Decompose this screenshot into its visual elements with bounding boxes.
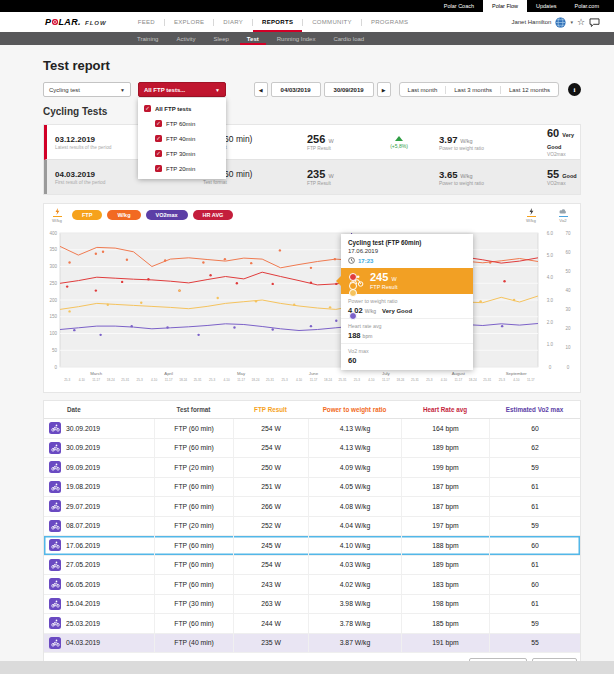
nav-item-reports[interactable]: REPORTS (253, 12, 302, 32)
favorites-star-icon[interactable]: ☆ (577, 18, 585, 27)
cell-date: 06.05.2019 (44, 575, 154, 594)
menu-option-ftp-30min[interactable]: ✓FTP 30min (138, 146, 226, 161)
legend-pill-vo2max[interactable]: VO2max (146, 210, 188, 220)
test-filter-select[interactable]: All FTP tests... ▼ (138, 82, 226, 97)
date-text: 17.06.2019 (66, 542, 100, 549)
checkbox-checked-icon[interactable]: ✓ (155, 120, 162, 127)
polar-logo[interactable]: PLAR. FLOW (45, 17, 107, 27)
cell-hr: 199 bpm (401, 458, 489, 477)
date-text: 30.09.2019 (66, 444, 100, 451)
nav-item-community[interactable]: COMMUNITY (303, 12, 361, 32)
test-filter-menu: ✓All FTP tests✓FTP 60min✓FTP 40min✓FTP 3… (138, 98, 226, 179)
subnav-item-test[interactable]: Test (240, 32, 266, 45)
preset-last-3-months[interactable]: Last 3 months (446, 87, 500, 93)
column-header-power-to-weight-ratio[interactable]: Power to weight ratio (308, 401, 401, 418)
table-row[interactable]: 09.09.2019FTP (20 min)250 W4.09 W/kg199 … (44, 458, 580, 478)
right-axis-wkg-label: W/kg (518, 208, 544, 223)
date-text: 08.07.2019 (66, 522, 100, 529)
user-avatar[interactable] (555, 17, 566, 28)
nav-item-feed[interactable]: FEED (129, 12, 164, 32)
topbar-link-updates[interactable]: Updates (527, 0, 566, 12)
legend-pill-ftp[interactable]: FTP (72, 210, 102, 220)
subnav-item-training[interactable]: Training (130, 32, 165, 45)
date-text: 29.07.2019 (66, 503, 100, 510)
checkbox-checked-icon[interactable]: ✓ (155, 150, 162, 157)
legend-pill-hr-avg[interactable]: HR AVG (193, 210, 234, 220)
nav-item-programs[interactable]: PROGRAMS (362, 12, 417, 32)
end-date-field[interactable]: 30/09/2019 (324, 82, 374, 97)
prev-period-button[interactable]: ◀ (254, 82, 268, 97)
svg-text:0: 0 (567, 365, 570, 370)
topbar-link-polar-coach[interactable]: Polar Coach (435, 0, 483, 12)
table-row[interactable]: 29.07.2019FTP (60 min)266 W4.08 W/kg187 … (44, 497, 580, 517)
column-header-ftp-result[interactable]: FTP Result (233, 401, 308, 418)
table-row[interactable]: 30.09.2019FTP (60 min)254 W4.13 W/kg189 … (44, 439, 580, 459)
subnav-item-running-index[interactable]: Running Index (270, 32, 323, 45)
topbar-link-polar-com[interactable]: Polar.com (566, 0, 608, 12)
topbar-link-polar-flow[interactable]: Polar Flow (483, 0, 527, 12)
subnav-item-activity[interactable]: Activity (169, 32, 202, 45)
cell-date: 30.09.2019 (44, 439, 154, 458)
checkbox-checked-icon[interactable]: ✓ (155, 135, 162, 142)
cell-vo2: 61 (489, 497, 580, 516)
cell-format: FTP (60 min) (154, 439, 233, 458)
chevron-down-icon[interactable]: ▾ (570, 19, 573, 25)
summary-row-latest[interactable]: 03.12.2019Latest results of the period F… (44, 125, 580, 160)
cycling-icon (51, 541, 60, 549)
summary-row-first[interactable]: 04.03.2019First result of the period FTP… (44, 160, 580, 194)
menu-option-ftp-20min[interactable]: ✓FTP 20min (138, 161, 226, 176)
logo-text-pre: P (45, 17, 51, 27)
info-icon[interactable]: i (568, 83, 581, 96)
table-row[interactable]: 25.03.2019FTP (60 min)244 W3.78 W/kg185 … (44, 614, 580, 634)
chat-bubble-icon[interactable] (589, 18, 600, 27)
logo-text-post: LAR. (58, 17, 81, 27)
subnav-item-sleep[interactable]: Sleep (206, 32, 235, 45)
table-row[interactable]: 17.06.2019FTP (60 min)245 W4.10 W/kg188 … (44, 536, 580, 556)
column-header-test-format[interactable]: Test format (154, 401, 233, 418)
table-row[interactable]: 08.07.2019FTP (20 min)252 W4.04 W/kg197 … (44, 517, 580, 537)
menu-option-ftp-60min[interactable]: ✓FTP 60min (138, 116, 226, 131)
svg-text:August: August (452, 371, 466, 376)
start-date-field[interactable]: 04/03/2019 (271, 82, 321, 97)
table-row[interactable]: 27.05.2019FTP (60 min)254 W4.03 W/kg189 … (44, 556, 580, 576)
table-row[interactable]: 04.03.2019FTP (40 min)235 W3.87 W/kg191 … (44, 634, 580, 654)
nav-item-diary[interactable]: DIARY (214, 12, 252, 32)
preset-last-12-months[interactable]: Last 12 months (501, 87, 558, 93)
cell-vo2: 60 (489, 536, 580, 555)
column-header-estimated-vo2-max[interactable]: Estimated Vo2 max (489, 401, 580, 418)
legend-pill-w-kg[interactable]: W/kg (107, 210, 140, 220)
cell-format: FTP (60 min) (154, 556, 233, 575)
table-row[interactable]: 19.08.2019FTP (60 min)251 W4.05 W/kg187 … (44, 478, 580, 498)
summary-ftp: 256 (307, 133, 325, 145)
checkbox-checked-icon[interactable]: ✓ (155, 165, 162, 172)
user-name: Janet Hamilton (511, 19, 551, 25)
checkbox-checked-icon[interactable]: ✓ (144, 105, 151, 112)
sport-badge (49, 539, 61, 551)
cell-hr: 187 bpm (401, 497, 489, 516)
cell-wkg: 3.87 W/kg (308, 634, 401, 653)
svg-text:11-17: 11-17 (310, 378, 318, 382)
date-text: 27.05.2019 (66, 561, 100, 568)
test-filter-value: All FTP tests... (144, 87, 185, 93)
nav-item-explore[interactable]: EXPLORE (165, 12, 213, 32)
menu-option-label: All FTP tests (155, 106, 191, 112)
table-row[interactable]: 30.09.2019FTP (60 min)254 W4.13 W/kg164 … (44, 419, 580, 439)
subnav-item-cardio-load[interactable]: Cardio load (326, 32, 371, 45)
cell-ftp: 252 W (233, 517, 308, 536)
menu-option-ftp-40min[interactable]: ✓FTP 40min (138, 131, 226, 146)
column-header-heart-rate-avg[interactable]: Heart Rate avg (401, 401, 489, 418)
column-header-date[interactable]: Date (44, 401, 154, 418)
next-period-button[interactable]: ▶ (377, 82, 391, 97)
date-text: 25.03.2019 (66, 620, 100, 627)
svg-text:50: 50 (565, 269, 571, 274)
sport-select[interactable]: Cycling test ▼ (43, 82, 131, 97)
user-box[interactable]: Janet Hamilton ▾ ☆ (511, 17, 600, 28)
test-chart[interactable]: 4003503002502001501005006.05.04.03.02.01… (44, 226, 581, 392)
menu-option-all-ftp-tests[interactable]: ✓All FTP tests (138, 101, 226, 116)
date-text: 19.08.2019 (66, 483, 100, 490)
preset-last-month[interactable]: Last month (400, 87, 446, 93)
sport-badge (49, 617, 61, 629)
table-row[interactable]: 06.05.2019FTP (60 min)243 W4.02 W/kg183 … (44, 575, 580, 595)
chart-svg[interactable]: 4003503002502001501005006.05.04.03.02.01… (44, 226, 581, 388)
table-row[interactable]: 15.04.2019FTP (30 min)263 W3.98 W/kg198 … (44, 595, 580, 615)
